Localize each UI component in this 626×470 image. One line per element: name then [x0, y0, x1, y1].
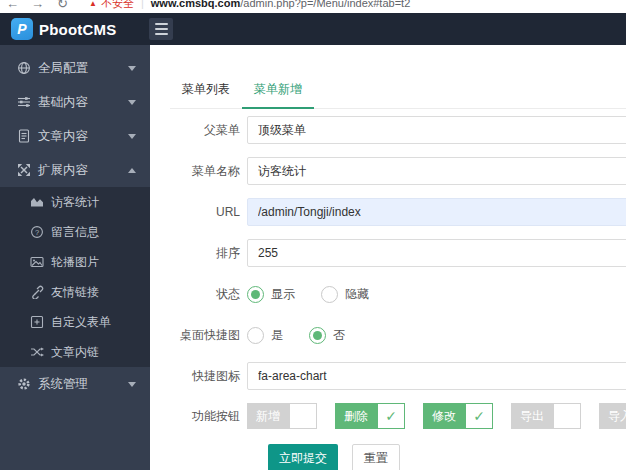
form-row-function-buttons: 功能按钮 新增 删除 ✓ 修改 ✓ — [170, 403, 626, 429]
form-row-actions: 立即提交 重置 — [170, 444, 626, 470]
toggle-label: 新增 — [247, 403, 289, 429]
check-icon: ✓ — [385, 408, 397, 424]
menu-name-label: 菜单名称 — [170, 163, 240, 180]
sidebar-item-system-management[interactable]: 系统管理 — [0, 367, 150, 401]
chevron-up-icon — [128, 168, 136, 173]
form-row-url: URL — [170, 198, 626, 226]
sort-label: 排序 — [170, 245, 240, 262]
url-label: URL — [170, 205, 240, 219]
chevron-down-icon — [128, 66, 136, 71]
form-row-menu-name: 菜单名称 — [170, 157, 626, 185]
toggle-import[interactable]: 导入 — [599, 403, 626, 429]
status-radio-hide[interactable] — [321, 286, 338, 303]
menu-name-input[interactable] — [247, 157, 626, 185]
sidebar-toggle-hamburger-icon[interactable] — [149, 18, 173, 40]
status-label: 状态 — [170, 286, 240, 303]
app-header: P PbootCMS — [0, 13, 626, 45]
sidebar-item-article-inner-links[interactable]: 文章内链 — [0, 337, 150, 367]
sidebar-item-extended-content[interactable]: 扩展内容 — [0, 153, 150, 187]
omnibox: ← → ↻ ▲ 不安全 | www.cmsbq.com /admin.php?p… — [0, 0, 626, 13]
sidebar-item-label: 轮播图片 — [51, 254, 99, 271]
desktop-shortcut-label: 桌面快捷图 — [170, 327, 240, 344]
sidebar-item-carousel-images[interactable]: 轮播图片 — [0, 247, 150, 277]
security-label[interactable]: 不安全 — [101, 0, 134, 11]
sidebar-item-custom-form[interactable]: 自定义表单 — [0, 307, 150, 337]
sidebar-item-label: 系统管理 — [38, 376, 128, 393]
status-option-label[interactable]: 显示 — [271, 286, 295, 303]
image-icon — [30, 255, 44, 269]
arrows-icon — [17, 163, 31, 177]
shortcut-icon-label: 快捷图标 — [170, 368, 240, 385]
form-row-shortcut-icon: 快捷图标 — [170, 362, 626, 390]
toggle-export[interactable]: 导出 — [511, 403, 581, 429]
tab-bar: 菜单列表 菜单新增 — [170, 45, 626, 109]
tab-menu-list[interactable]: 菜单列表 — [170, 81, 242, 108]
url-path[interactable]: /admin.php?p=/Menu/index#tab=t2 — [240, 0, 410, 9]
sliders-icon — [17, 95, 31, 109]
brand-title: PbootCMS — [39, 13, 116, 45]
sidebar-item-friendly-links[interactable]: 友情链接 — [0, 277, 150, 307]
pbootcms-logo-icon: P — [11, 18, 33, 40]
reset-button[interactable]: 重置 — [352, 444, 400, 470]
chevron-down-icon — [128, 382, 136, 387]
checkbox-unchecked — [553, 403, 581, 429]
status-radio-show[interactable] — [247, 286, 264, 303]
toggle-modify[interactable]: 修改 ✓ — [423, 403, 493, 429]
function-button-toggles: 新增 删除 ✓ 修改 ✓ 导出 — [247, 403, 626, 429]
gear-icon — [17, 377, 31, 391]
sidebar-item-global-config[interactable]: 全局配置 — [0, 51, 150, 85]
sidebar-item-label: 基础内容 — [38, 94, 128, 111]
sidebar-item-label: 自定义表单 — [51, 314, 111, 331]
url-input[interactable] — [247, 198, 626, 226]
sidebar-item-article-content[interactable]: 文章内容 — [0, 119, 150, 153]
shortcut-option-label[interactable]: 否 — [333, 327, 345, 344]
submit-button[interactable]: 立即提交 — [268, 444, 338, 470]
sidebar-item-label: 文章内容 — [38, 128, 128, 145]
sidebar-item-basic-content[interactable]: 基础内容 — [0, 85, 150, 119]
url-domain[interactable]: www.cmsbq.com — [151, 0, 240, 9]
sidebar-item-visitor-stats[interactable]: 访客统计 — [0, 187, 150, 217]
sidebar-item-label: 访客统计 — [51, 194, 99, 211]
shortcut-radio-no[interactable] — [309, 327, 326, 344]
status-option-label[interactable]: 隐藏 — [345, 286, 369, 303]
toggle-label: 导入 — [599, 403, 626, 429]
page: ← → ↻ ▲ 不安全 | www.cmsbq.com /admin.php?p… — [0, 0, 626, 470]
sidebar-item-label: 文章内链 — [51, 344, 99, 361]
security-warning-icon[interactable]: ▲ — [89, 0, 97, 8]
comment-question-icon: ? — [30, 225, 44, 239]
check-icon: ✓ — [473, 408, 485, 424]
area-chart-icon — [30, 195, 44, 209]
shortcut-radio-group: 是 否 — [247, 327, 371, 344]
shortcut-icon-input[interactable] — [247, 362, 626, 390]
tab-menu-add[interactable]: 菜单新增 — [242, 81, 314, 108]
plus-square-icon — [30, 315, 44, 329]
form-row-parent-menu: 父菜单 — [170, 116, 626, 144]
browser-forward-icon[interactable]: → — [25, 0, 50, 11]
sidebar-item-label: 全局配置 — [38, 60, 128, 77]
sidebar: 全局配置 基础内容 — [0, 45, 150, 470]
parent-menu-select[interactable] — [247, 116, 626, 144]
browser-refresh-icon[interactable]: ↻ — [50, 0, 75, 11]
file-text-icon — [17, 129, 31, 143]
chevron-down-icon — [128, 134, 136, 139]
sidebar-item-message-info[interactable]: ? 留言信息 — [0, 217, 150, 247]
browser-back-icon[interactable]: ← — [0, 0, 25, 11]
function-buttons-label: 功能按钮 — [170, 408, 240, 425]
toggle-add[interactable]: 新增 — [247, 403, 317, 429]
app-body: 全局配置 基础内容 — [0, 45, 626, 470]
checkbox-unchecked — [289, 403, 317, 429]
shortcut-radio-yes[interactable] — [247, 327, 264, 344]
chevron-down-icon — [128, 100, 136, 105]
url-separator: | — [141, 0, 144, 9]
parent-menu-label: 父菜单 — [170, 122, 240, 139]
form-row-sort: 排序 — [170, 239, 626, 267]
toggle-label: 修改 — [423, 403, 465, 429]
sidebar-item-label: 扩展内容 — [38, 162, 128, 179]
main-content: 菜单列表 菜单新增 父菜单 菜单名称 URL 排序 — [150, 45, 626, 470]
sidebar-item-label: 留言信息 — [51, 224, 99, 241]
checkbox-checked: ✓ — [377, 403, 405, 429]
toggle-delete[interactable]: 删除 ✓ — [335, 403, 405, 429]
shortcut-option-label[interactable]: 是 — [271, 327, 283, 344]
sort-input[interactable] — [247, 239, 626, 267]
menu-add-form: 父菜单 菜单名称 URL 排序 状态 — [170, 109, 626, 470]
